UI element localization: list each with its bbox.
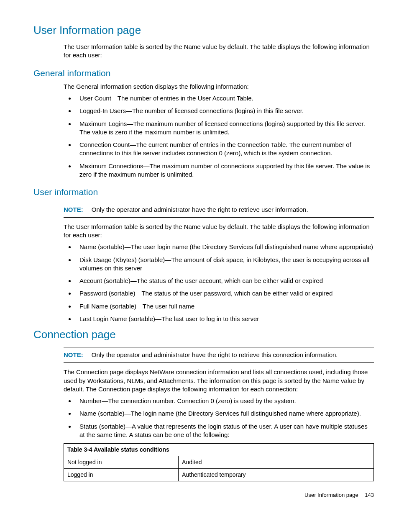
- list-item: Name (sortable)—The user login name (the…: [75, 243, 374, 251]
- paragraph: The User Information table is sorted by …: [64, 223, 374, 240]
- footer-page-number: 143: [365, 492, 374, 498]
- note-label: NOTE:: [64, 351, 83, 358]
- note-line: NOTE: Only the operator and administrato…: [64, 204, 374, 216]
- note-text: Only the operator and administrator have…: [92, 206, 308, 213]
- table-cell: Audited: [179, 456, 374, 469]
- table-row: Logged in Authenticated temporary: [64, 468, 374, 481]
- heading-user-information-page: User Information page: [33, 23, 374, 38]
- list-item: Account (sortable)—The status of the use…: [75, 277, 374, 285]
- section-user-info: NOTE: Only the operator and administrato…: [64, 202, 374, 324]
- note-block: NOTE: Only the operator and administrato…: [64, 347, 374, 363]
- list-item: Status (sortable)—A value that represent…: [75, 422, 374, 439]
- list-item: Connection Count—The current number of e…: [75, 141, 374, 158]
- section-general-info: The General Information section displays…: [64, 82, 374, 179]
- list-item: Disk Usage (Kbytes) (sortable)—The amoun…: [75, 256, 374, 273]
- table-cell: Authenticated temporary: [179, 468, 374, 481]
- rule: [64, 217, 374, 218]
- note-line: NOTE: Only the operator and administrato…: [64, 349, 374, 361]
- section-user-info-intro: The User Information table is sorted by …: [64, 43, 374, 60]
- list-item: Name (sortable)—The login name (the Dire…: [75, 409, 374, 418]
- heading-user-information: User information: [33, 186, 374, 198]
- paragraph: The Connection page displays NetWare con…: [64, 368, 374, 393]
- list-item: Password (sortable)—The status of the us…: [75, 289, 374, 298]
- paragraph: The General Information section displays…: [64, 82, 374, 91]
- table-row: Not logged in Audited: [64, 456, 374, 469]
- rule: [64, 347, 374, 347]
- note-label: NOTE:: [64, 206, 83, 213]
- heading-connection-page: Connection page: [33, 327, 374, 342]
- table-cell: Logged in: [64, 468, 179, 481]
- note-block: NOTE: Only the operator and administrato…: [64, 202, 374, 218]
- table-header-row: Table 3-4 Available status conditions: [64, 444, 374, 456]
- page-footer: User Information page 143: [33, 491, 374, 499]
- table-cell: Not logged in: [64, 456, 179, 469]
- list-item: Logged-In Users—The number of licensed c…: [75, 107, 374, 115]
- user-info-list: Name (sortable)—The user login name (the…: [64, 243, 374, 323]
- paragraph: The User Information table is sorted by …: [64, 43, 374, 60]
- list-item: Number—The connection number. Connection…: [75, 397, 374, 405]
- footer-title: User Information page: [304, 492, 358, 498]
- list-item: Maximum Connections—The maximum number o…: [75, 162, 374, 179]
- heading-general-information: General information: [33, 67, 374, 79]
- rule: [64, 202, 374, 202]
- note-text: Only the operator and administrator have…: [92, 351, 338, 358]
- general-info-list: User Count—The number of entries in the …: [64, 94, 374, 179]
- section-connection: NOTE: Only the operator and administrato…: [64, 347, 374, 481]
- list-item: Maximum Logins—The maximum number of lic…: [75, 120, 374, 137]
- page-container: User Information page The User Informati…: [0, 0, 399, 515]
- list-item: User Count—The number of entries in the …: [75, 94, 374, 103]
- list-item: Last Login Name (sortable)—The last user…: [75, 315, 374, 323]
- connection-list: Number—The connection number. Connection…: [64, 397, 374, 439]
- table-caption: Table 3-4 Available status conditions: [64, 444, 374, 456]
- rule: [64, 362, 374, 363]
- status-table: Table 3-4 Available status conditions No…: [64, 443, 374, 481]
- list-item: Full Name (sortable)—The user full name: [75, 302, 374, 311]
